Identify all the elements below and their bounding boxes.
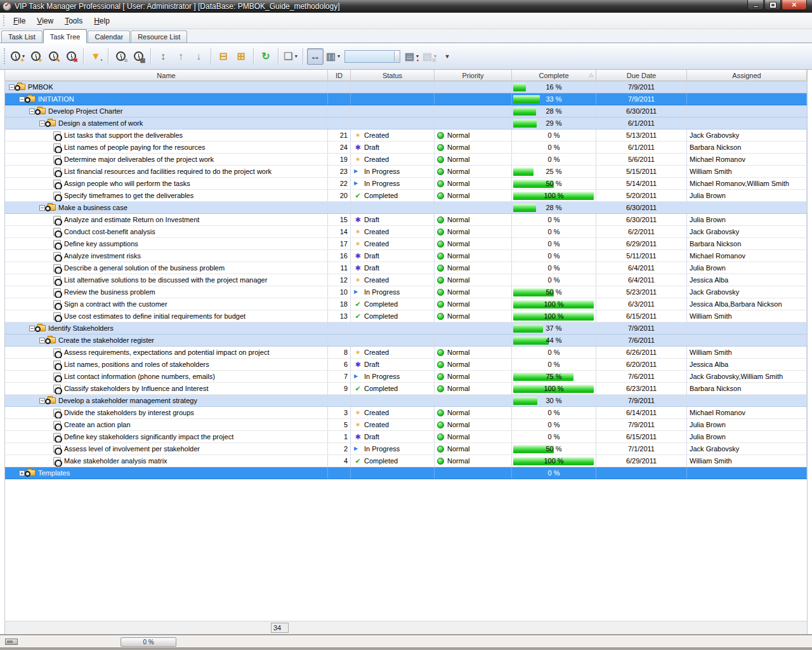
collapse-expander[interactable]: − (9, 84, 15, 90)
menu-view[interactable]: View (31, 15, 59, 27)
group-row[interactable]: +Templates0 % (5, 467, 807, 479)
task-row[interactable]: List contact information (phone numbers,… (5, 371, 807, 383)
complete-label: 44 % (546, 336, 561, 344)
edit-task-button[interactable]: ✎ (45, 48, 62, 65)
expand-all-button[interactable]: ⊞ (233, 48, 249, 65)
menu-tools[interactable]: Tools (59, 15, 88, 27)
collapse-expander[interactable]: − (39, 338, 45, 343)
complete-cell: 0 % (512, 359, 596, 370)
column-view-button[interactable]: ▥▾ (325, 48, 341, 65)
complete-label: 33 % (546, 95, 561, 103)
close-button[interactable]: ✕ (782, 0, 807, 10)
task-list-button[interactable]: ▤ (130, 48, 147, 65)
task-row[interactable]: List names, positions and roles of stake… (5, 359, 807, 371)
menu-help[interactable]: Help (88, 15, 115, 27)
delete-task-button[interactable]: ✖ (63, 48, 79, 65)
task-row[interactable]: Classify stakeholders by Influence and I… (5, 383, 807, 395)
filter-button[interactable]: ▼◔ (88, 48, 104, 65)
status-draft-icon: ✱ (353, 216, 362, 223)
print-preview-button[interactable]: ❏▾ (282, 48, 299, 65)
id-cell: 21 (328, 129, 351, 141)
group-row[interactable]: −Develop a stakeholder management strate… (5, 395, 807, 407)
layout-combobox[interactable] (344, 50, 400, 63)
tab-resource-list[interactable]: Resource List (131, 30, 187, 43)
task-row[interactable]: Describe a general solution of the busin… (5, 262, 807, 274)
task-row[interactable]: Conduct cost-benefit analysis14✶CreatedN… (5, 226, 807, 238)
column-header-id[interactable]: ID (328, 70, 351, 81)
collapse-expander[interactable]: − (39, 398, 45, 404)
clock-icon (25, 97, 30, 103)
collapse-expander[interactable]: − (29, 326, 35, 331)
task-row[interactable]: Assign people who will perform the tasks… (5, 178, 807, 190)
group-row[interactable]: −Identify Stakeholders37 %7/9/2011 (5, 322, 807, 335)
refresh-button[interactable]: ↻ (258, 48, 274, 65)
priority-normal-icon (437, 144, 444, 151)
move-down-button[interactable]: ↓ (190, 48, 207, 65)
toolbar: ✦▾✦✎✖▼◔≡▤↕↑↓⊟⊞↻❏▾↔▥▾▤▪▾▤✖▾▾ (0, 43, 812, 70)
group-row[interactable]: −Develop Project Charter28 %6/30/2011 (5, 105, 807, 117)
task-row[interactable]: List names of people paying for the reso… (5, 142, 807, 154)
group-row[interactable]: −PMBOK16 %7/9/2011 (5, 81, 807, 93)
toolbar-overflow-button[interactable]: ▾ (439, 48, 455, 65)
group-row[interactable]: −INITIATION33 %7/9/2011 (5, 93, 807, 105)
task-row[interactable]: Specify timeframes to get the deliverabl… (5, 190, 807, 202)
expand-expander[interactable]: + (19, 470, 25, 476)
priority-label: Normal (447, 457, 469, 465)
name-cell: Assign people who will perform the tasks (5, 178, 328, 189)
status-draft-icon: ✱ (353, 253, 362, 260)
menu-file[interactable]: File (8, 15, 31, 27)
task-row[interactable]: Use cost estimates to define initial req… (5, 310, 807, 322)
task-name: Classify stakeholders by Influence and I… (64, 385, 208, 392)
minimize-button[interactable] (747, 0, 764, 10)
add-task-button[interactable]: ✦ (27, 48, 44, 65)
group-row[interactable]: −Design a statement of work29 %6/1/2011 (5, 117, 807, 129)
column-header-priority[interactable]: Priority (435, 70, 512, 81)
new-task-button[interactable]: ✦▾ (10, 48, 26, 65)
tab-calendar[interactable]: Calendar (88, 30, 130, 43)
column-header-status[interactable]: Status (351, 70, 435, 81)
collapse-expander[interactable]: − (39, 121, 45, 126)
column-header-name[interactable]: Name (5, 70, 328, 81)
task-row[interactable]: Sign a contract with the customer18✔Comp… (5, 298, 807, 310)
id-cell: 12 (328, 274, 351, 286)
priority-label: Normal (447, 143, 469, 151)
task-row[interactable]: Assess requirements, expectations and po… (5, 347, 807, 359)
collapse-expander[interactable]: − (39, 205, 45, 211)
collapse-expander[interactable]: − (29, 109, 35, 114)
task-row[interactable]: List tasks that support the deliverables… (5, 129, 807, 142)
column-header-due[interactable]: Due Date (596, 70, 687, 81)
complete-cell: 0 % (512, 274, 596, 286)
collapse-all-icon: ⊟ (219, 51, 227, 62)
task-row[interactable]: List financial resources and facilities … (5, 166, 807, 178)
group-row[interactable]: −Make a business case28 %6/30/2011 (5, 202, 807, 214)
column-header-complete[interactable]: Complete△ (512, 70, 596, 81)
save-layout-button[interactable]: ▤▪▾ (403, 48, 420, 65)
priority-cell (435, 117, 512, 129)
move-up-button[interactable]: ↑ (173, 48, 189, 65)
task-row[interactable]: Review the business problem10▶In Progres… (5, 286, 807, 298)
group-row[interactable]: −Create the stakeholder register44 %7/6/… (5, 335, 807, 347)
task-row[interactable]: Analyze and estimate Return on Investmen… (5, 214, 807, 226)
collapse-expander[interactable]: − (19, 96, 25, 102)
task-row[interactable]: Define key assumptions17✶CreatedNormal0 … (5, 238, 807, 250)
tab-task-list[interactable]: Task List (1, 30, 43, 43)
task-note-button[interactable]: ≡ (112, 48, 129, 65)
task-row[interactable]: Define key stakeholders significantly im… (5, 431, 807, 443)
task-row[interactable]: Determine major deliverables of the proj… (5, 154, 807, 166)
task-row[interactable]: Assess level of involvement per stakehol… (5, 443, 807, 455)
column-header-assigned[interactable]: Assigned (687, 70, 807, 81)
status-created-icon: ✶ (353, 409, 362, 416)
name-cell: −INITIATION (5, 93, 328, 105)
maximize-button[interactable] (764, 0, 781, 10)
collapse-all-button[interactable]: ⊟ (215, 48, 232, 65)
priority-label: Normal (447, 300, 469, 308)
fit-width-button[interactable]: ↔ (307, 48, 324, 65)
tab-task-tree[interactable]: Task Tree (43, 29, 88, 43)
task-row[interactable]: Analyze investment risks16✱DraftNormal0 … (5, 250, 807, 262)
complete-cell: 100 % (512, 310, 596, 322)
task-row[interactable]: Divide the stakeholders by interest grou… (5, 407, 807, 419)
task-row[interactable]: List alternative solutions to be discuss… (5, 274, 807, 286)
expand-collapse-button[interactable]: ↕ (155, 48, 171, 65)
task-row[interactable]: Create an action plan5✶CreatedNormal0 %7… (5, 419, 807, 431)
task-row[interactable]: Make stakeholder analysis matrix4✔Comple… (5, 455, 807, 467)
